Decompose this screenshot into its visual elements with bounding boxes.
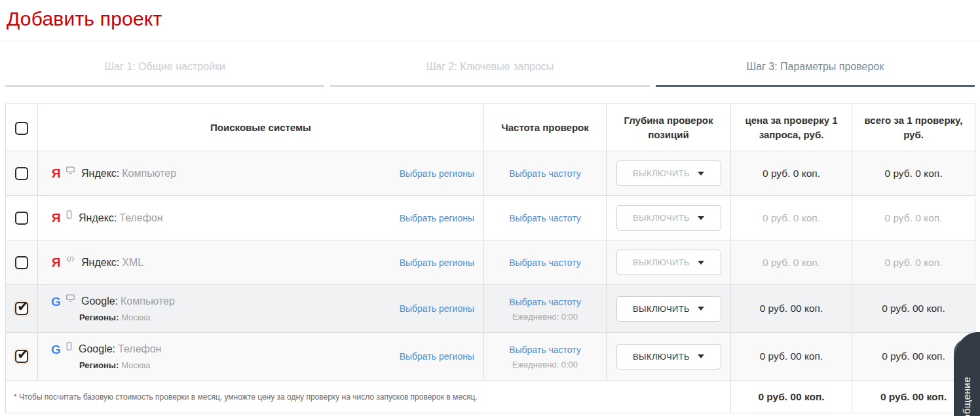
row-checkbox[interactable] bbox=[15, 167, 28, 180]
tab-step3[interactable]: Шаг 3: Параметры проверок bbox=[656, 41, 975, 87]
yandex-logo: Я bbox=[51, 167, 61, 180]
device-name: Телефон bbox=[119, 212, 162, 223]
yandex-logo: Я bbox=[51, 212, 61, 224]
select-regions-link[interactable]: Выбрать регионы bbox=[400, 213, 483, 223]
price-per-query: 0 руб. 0 коп. bbox=[763, 257, 820, 268]
total-per-check: 0 руб. 0 коп. bbox=[885, 257, 943, 268]
mobile-icon bbox=[66, 342, 72, 350]
regions-label: Регионы: bbox=[79, 312, 119, 322]
price-per-query: 0 руб. 0 коп. bbox=[763, 212, 820, 223]
search-engines-table: Поисковые системы Частота проверок Глуби… bbox=[5, 104, 975, 413]
device-name: Телефон bbox=[118, 343, 161, 354]
tab-step2[interactable]: Шаг 2: Ключевые запросы bbox=[330, 41, 649, 87]
device-name: Компьютер bbox=[121, 295, 175, 307]
page-header: Добавить проект bbox=[0, 0, 980, 41]
frequency-schedule: Ежедневно: 0:00 bbox=[484, 312, 606, 322]
wizard-tabs: Шаг 1: Общие настройки Шаг 2: Ключевые з… bbox=[5, 41, 975, 87]
chevron-down-icon bbox=[698, 261, 704, 265]
depth-dropdown-button[interactable]: ВЫКЛЮЧИТЬ bbox=[616, 296, 721, 322]
price-per-query: 0 руб. 00 коп. bbox=[760, 350, 823, 362]
regions-value: Москва bbox=[121, 360, 150, 370]
feedback-tab-label: Сообщение bbox=[961, 377, 972, 416]
regions-info: Регионы:Москва bbox=[79, 360, 400, 370]
depth-dropdown-button[interactable]: ВЫКЛЮЧИТЬ bbox=[616, 205, 721, 231]
select-frequency-link[interactable]: Выбрать частоту bbox=[509, 213, 581, 223]
depth-dropdown-label: ВЫКЛЮЧИТЬ bbox=[633, 168, 690, 178]
header-checkbox-cell bbox=[6, 104, 38, 151]
device-name: XML bbox=[122, 257, 143, 268]
yandex-logo: Я bbox=[51, 256, 61, 269]
select-regions-link[interactable]: Выбрать регионы bbox=[400, 168, 483, 179]
depth-dropdown-label: ВЫКЛЮЧИТЬ bbox=[633, 304, 690, 314]
total-per-check: 0 руб. 00 коп. bbox=[882, 303, 945, 314]
table-row: Я Яндекс:Компьютер Выбрать регионы Выбра… bbox=[6, 151, 975, 196]
select-all-checkbox[interactable] bbox=[15, 122, 28, 135]
engine-name: Яндекс: bbox=[81, 257, 119, 268]
regions-label: Регионы: bbox=[79, 360, 119, 370]
desktop-icon bbox=[66, 294, 75, 302]
engine-name: Яндекс: bbox=[79, 212, 117, 223]
mobile-icon bbox=[66, 210, 72, 219]
device-name: Компьютер bbox=[122, 168, 176, 179]
frequency-schedule: Ежедневно: 0:00 bbox=[484, 360, 606, 369]
chevron-down-icon bbox=[698, 216, 704, 220]
feedback-tab[interactable]: Сообщение bbox=[954, 332, 980, 416]
total-per-check: 0 руб. 0 коп. bbox=[885, 168, 943, 179]
select-regions-link[interactable]: Выбрать регионы bbox=[400, 257, 483, 268]
chevron-down-icon bbox=[698, 307, 704, 311]
price-per-query: 0 руб. 00 коп. bbox=[760, 303, 823, 314]
depth-dropdown-label: ВЫКЛЮЧИТЬ bbox=[633, 352, 690, 362]
select-regions-link[interactable]: Выбрать регионы bbox=[400, 303, 483, 314]
header-systems: Поисковые системы bbox=[38, 104, 484, 151]
select-frequency-link[interactable]: Выбрать частоту bbox=[509, 297, 581, 307]
chevron-down-icon bbox=[698, 172, 704, 176]
depth-dropdown-button[interactable]: ВЫКЛЮЧИТЬ bbox=[616, 344, 721, 369]
tab-step1[interactable]: Шаг 1: Общие настройки bbox=[5, 41, 324, 87]
total-per-check: 0 руб. 00 коп. bbox=[882, 350, 945, 362]
footer-price-total: 0 руб. 00 коп. bbox=[731, 381, 852, 413]
google-logo: G bbox=[51, 343, 61, 356]
table-row: G Google:Компьютер Регионы:Москва Выбрат… bbox=[6, 285, 975, 333]
depth-dropdown-label: ВЫКЛЮЧИТЬ bbox=[633, 257, 690, 267]
desktop-icon bbox=[66, 166, 75, 174]
header-total: всего за 1 проверку, руб. bbox=[852, 104, 975, 151]
select-regions-link[interactable]: Выбрать регионы bbox=[400, 351, 483, 362]
select-frequency-link[interactable]: Выбрать частоту bbox=[509, 257, 581, 268]
table-row: G Google:Телефон Регионы:Москва Выбрать … bbox=[6, 333, 975, 381]
header-price: цена за проверку 1 запроса, руб. bbox=[731, 104, 852, 151]
engine-name: Яндекс: bbox=[81, 168, 119, 179]
table-footer-row: * Чтобы посчитать базовую стоимость пров… bbox=[6, 381, 975, 413]
select-frequency-link[interactable]: Выбрать частоту bbox=[509, 345, 581, 355]
header-frequency: Частота проверок bbox=[484, 104, 607, 151]
header-depth: Глубина проверок позиций bbox=[607, 104, 731, 151]
engine-name: Google: bbox=[81, 295, 118, 307]
total-per-check: 0 руб. 0 коп. bbox=[885, 212, 943, 223]
depth-dropdown-button[interactable]: ВЫКЛЮЧИТЬ bbox=[616, 161, 721, 186]
regions-value: Москва bbox=[121, 312, 150, 322]
page-title: Добавить проект bbox=[7, 8, 973, 30]
row-checkbox[interactable] bbox=[15, 350, 28, 363]
row-checkbox[interactable] bbox=[15, 212, 28, 225]
select-frequency-link[interactable]: Выбрать частоту bbox=[509, 168, 581, 179]
code-icon bbox=[66, 255, 75, 263]
footer-note: * Чтобы посчитать базовую стоимость пров… bbox=[6, 381, 731, 413]
table-row: Я Яндекс:Телефон Выбрать регионы Выбрать… bbox=[6, 196, 975, 240]
price-per-query: 0 руб. 0 коп. bbox=[763, 168, 820, 179]
table-header-row: Поисковые системы Частота проверок Глуби… bbox=[6, 104, 975, 151]
google-logo: G bbox=[51, 295, 61, 308]
row-checkbox[interactable] bbox=[15, 256, 28, 269]
engine-name: Google: bbox=[79, 343, 115, 354]
depth-dropdown-button[interactable]: ВЫКЛЮЧИТЬ bbox=[616, 250, 721, 275]
row-checkbox[interactable] bbox=[15, 302, 28, 315]
depth-dropdown-label: ВЫКЛЮЧИТЬ bbox=[633, 213, 690, 223]
table-row: Я Яндекс:XML Выбрать регионы Выбрать час… bbox=[6, 240, 975, 285]
regions-info: Регионы:Москва bbox=[79, 312, 400, 322]
chevron-down-icon bbox=[698, 354, 704, 358]
